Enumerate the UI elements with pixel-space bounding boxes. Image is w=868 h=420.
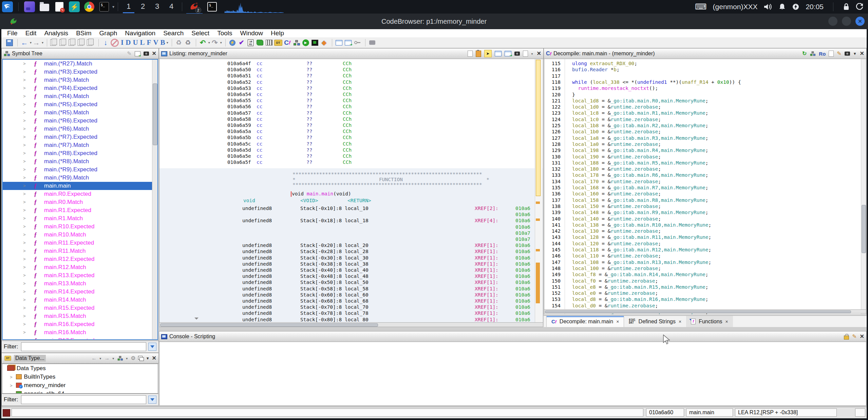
listing-row[interactable]: 010a6a56cc??CCh xyxy=(159,103,543,110)
logout-icon[interactable] xyxy=(856,3,863,11)
stack-variable-row[interactable]: undefined8Stack[-0x48]:8 local_48XREF[1]… xyxy=(159,273,543,279)
listing-row[interactable]: 010a6a51cc??CCh xyxy=(159,73,543,79)
menu-search[interactable]: Search xyxy=(163,30,184,37)
expander-icon[interactable]: > xyxy=(23,92,26,100)
symbol-tree-scrollbar[interactable] xyxy=(152,60,157,339)
save-icon[interactable] xyxy=(6,39,13,46)
expander-icon[interactable]: > xyxy=(23,117,26,125)
back-dropdown-icon[interactable]: ▾ xyxy=(30,41,32,44)
symbol-tree-item[interactable]: >ƒmain.(*R3).Match xyxy=(3,76,157,84)
symbol-tree-item[interactable]: >ƒmain.(*R9).Expected xyxy=(3,166,157,174)
comment-icon[interactable] xyxy=(369,40,375,45)
format-dropdown-icon[interactable]: ▾ xyxy=(167,41,168,44)
decompile-line[interactable]: 150local_f0 = &runtime.zerobase; xyxy=(544,278,866,284)
stack-variable-row[interactable]: undefined8Stack[-0x38]:8 local_38XREF[1]… xyxy=(159,261,543,267)
data-type-filter-input[interactable] xyxy=(21,395,147,404)
listing-hscrollbar[interactable] xyxy=(159,322,543,327)
tab-functions[interactable]: fFunctions× xyxy=(686,316,733,327)
decompile-line[interactable]: 134local_170 = &runtime.zerobase; xyxy=(544,178,866,185)
file-manager-button[interactable] xyxy=(39,1,50,12)
power-tool-button[interactable]: ⚡ xyxy=(69,1,80,12)
symbol-tree-item[interactable]: >ƒmain.R10.Expected xyxy=(3,223,157,231)
listing-row[interactable]: 010a6a58cc??CCh xyxy=(159,116,543,122)
expander-icon[interactable]: > xyxy=(23,296,26,304)
decompile-line[interactable]: 139local_148 = &_go:itab.main.R9,main.Me… xyxy=(544,209,866,215)
binary-view-icon[interactable]: 1001 xyxy=(248,39,253,46)
xref-address[interactable]: 010a6 xyxy=(515,217,530,224)
stack-variable-row[interactable]: undefined8Stack[-0x78]:8 local_78XREF[1]… xyxy=(159,310,543,316)
stack-variable-row[interactable]: undefined8Stack[-0x50]:8 local_50XREF[1]… xyxy=(159,279,543,285)
symbol-tree-item[interactable]: >ƒmain.(*R5).Match xyxy=(3,109,157,117)
listing-row[interactable]: 010a6a5ccc??CCh xyxy=(159,141,543,147)
go-down-icon[interactable]: ↓ xyxy=(101,38,110,47)
tab-close-icon[interactable]: × xyxy=(679,319,681,324)
stack-variable-row[interactable]: 010a6 xyxy=(159,224,543,230)
chevron-down-icon[interactable]: ▾ xyxy=(112,4,114,9)
workspace-3[interactable]: 3 xyxy=(150,0,164,14)
xref-address[interactable]: 010a6 xyxy=(515,224,530,230)
expander-icon[interactable]: > xyxy=(23,247,26,255)
symbol-tree-item[interactable]: >ƒmain.(*R4).Match xyxy=(3,92,157,100)
menu-analysis[interactable]: Analysis xyxy=(44,30,68,37)
expander-icon[interactable]: > xyxy=(10,383,13,388)
clock[interactable]: 20:05 xyxy=(806,3,824,11)
decompile-line[interactable]: 117 xyxy=(544,73,866,79)
back-icon[interactable]: ← xyxy=(20,38,29,47)
xref-address[interactable]: 010a6 xyxy=(515,248,530,254)
expander-icon[interactable]: > xyxy=(23,304,26,312)
expander-icon[interactable]: > xyxy=(23,76,26,84)
processor-icon[interactable] xyxy=(312,40,318,46)
analyze-icon[interactable]: ⚡ xyxy=(228,38,237,47)
expander-icon[interactable]: > xyxy=(23,149,26,157)
data-type-tree[interactable]: Data Types>BuiltInTypes>✓memory_minder>g… xyxy=(2,364,158,394)
stack-variable-row[interactable]: undefined8Stack[-0x80]:8 local_80XREF[1]… xyxy=(159,317,543,322)
menu-select[interactable]: Select xyxy=(191,30,209,37)
expander-icon[interactable]: > xyxy=(10,375,13,380)
forward-icon[interactable]: → xyxy=(32,38,40,47)
format-l-button[interactable]: L xyxy=(139,38,146,46)
close-panel-icon[interactable]: ✕ xyxy=(860,51,864,56)
symbol-tree-item[interactable]: >ƒmain.R14.Match xyxy=(3,296,157,304)
stack-variable-row[interactable]: 010a7 xyxy=(159,236,543,242)
listing-row[interactable]: 010a6a50cc??CCh xyxy=(159,66,543,73)
snapshot-page-icon[interactable] xyxy=(87,39,92,46)
edit-icon[interactable]: ✎ xyxy=(837,51,841,56)
symbol-filter-input[interactable] xyxy=(21,342,147,351)
data-type-item[interactable]: >✓memory_minder xyxy=(2,381,158,389)
symbol-tree-item[interactable]: >ƒmain.(*R8).Match xyxy=(3,157,157,166)
stack-variable-row[interactable]: undefined8Stack[-0x18]:8 local_18XREF[4]… xyxy=(159,217,543,224)
redo-dropdown-icon[interactable]: ▾ xyxy=(220,41,222,44)
decompile-line[interactable]: 116bufio.Reader *b; xyxy=(544,66,866,73)
paste-icon[interactable] xyxy=(476,51,481,57)
undo-icon[interactable]: ↶ xyxy=(199,38,207,47)
scrollbar-thumb[interactable] xyxy=(862,205,866,253)
undo-dropdown-icon[interactable]: ▾ xyxy=(208,41,210,44)
decompile-hscrollbar[interactable] xyxy=(544,309,866,313)
stack-variable-row[interactable]: undefined8Stack[-0x70]:8 local_70XREF[1]… xyxy=(159,304,543,310)
format-d-button[interactable]: D xyxy=(125,38,132,46)
snapshot-icon[interactable] xyxy=(144,52,149,56)
expander-icon[interactable]: > xyxy=(23,271,26,280)
decompile-line[interactable]: 141local_138 = &_go:itab.main.R10,main.M… xyxy=(544,222,866,228)
listing-view[interactable]: 010a6a4fcc??CCh010a6a50cc??CCh010a6a51cc… xyxy=(159,59,543,322)
diamond-icon[interactable]: ◆ xyxy=(320,38,328,47)
listing-row[interactable]: 010a6a54cc??CCh xyxy=(159,91,543,97)
decompile-line[interactable]: 153local_d8 = &_go:itab.main.R16,main.Me… xyxy=(544,296,866,302)
listing-row[interactable]: 010a6a57cc??CCh xyxy=(159,110,543,116)
lock-screen-icon[interactable] xyxy=(843,3,850,11)
xref-address[interactable]: 010a6 xyxy=(515,242,530,248)
symbol-tree-item[interactable]: >ƒmain.R11.Expected xyxy=(3,239,157,247)
symbol-tree-item[interactable]: >ƒmain.R0.Match xyxy=(3,198,157,206)
expander-icon[interactable]: > xyxy=(23,141,26,149)
symbol-tree-item[interactable]: >ƒmain.R17.Expected xyxy=(3,337,157,340)
scrollbar-thumb[interactable] xyxy=(545,310,851,313)
memory-map-icon[interactable] xyxy=(257,40,263,45)
decompile-line[interactable]: 154local_d0 = &runtime.zerobase; xyxy=(544,303,866,309)
keyboard-layout-icon[interactable]: ⌨ xyxy=(695,2,707,12)
console-output[interactable] xyxy=(159,342,866,406)
redo-icon[interactable]: ↷ xyxy=(211,38,219,47)
stack-variable-row[interactable]: undefined8Stack[-0x68]:8 local_68XREF[1]… xyxy=(159,298,543,304)
scroll-lock-icon[interactable] xyxy=(844,336,849,340)
forward-icon[interactable]: → xyxy=(104,356,110,361)
key-bindings-icon[interactable] xyxy=(354,41,360,44)
